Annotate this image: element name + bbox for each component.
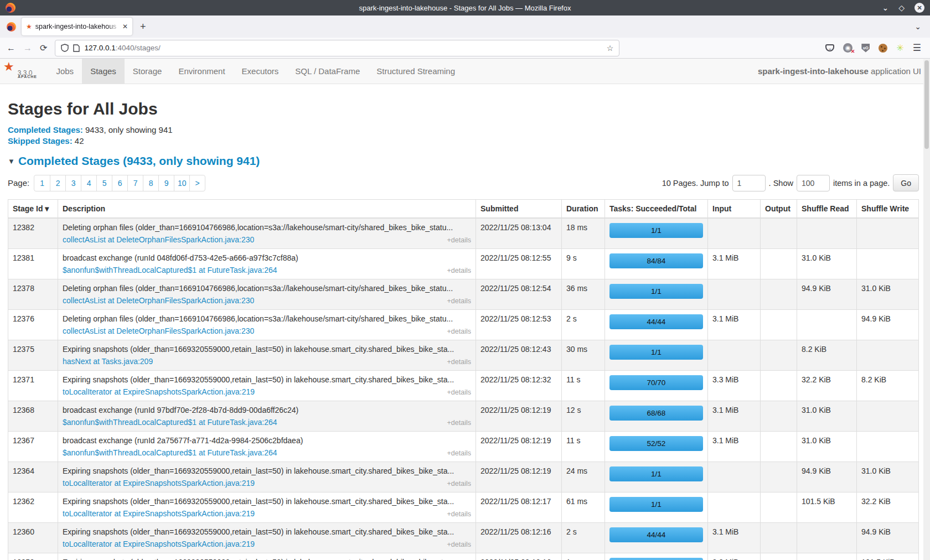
details-toggle[interactable]: +details [447,510,471,518]
account-icon[interactable]: ◉✕ [843,43,852,53]
close-icon[interactable]: ✕ [914,3,924,13]
column-header-6[interactable]: Output [761,200,797,219]
completed-stages-value: 9433, only showing 941 [83,125,173,134]
table-row: 12359 Expiring snapshots (older_than=166… [8,553,919,560]
page-button-group: 12345678910> [34,175,205,191]
tasks-progress-label: 44/44 [647,531,666,539]
stage-callsite-link[interactable]: toLocalIterator at ExpireSnapshotsSparkA… [63,387,255,396]
tasks-progress-label: 70/70 [647,378,666,387]
page-button-9[interactable]: 9 [158,175,174,191]
column-header-1[interactable]: Description [58,200,476,219]
stage-callsite-link[interactable]: toLocalIterator at ExpireSnapshotsSparkA… [63,479,255,488]
column-header-3[interactable]: Duration [562,200,605,219]
go-button[interactable]: Go [893,174,919,191]
column-header-8[interactable]: Shuffle Write [857,200,919,219]
collapse-arrow-icon: ▼ [8,157,15,165]
page-button->[interactable]: > [189,175,205,191]
nav-item-storage[interactable]: Storage [125,59,170,84]
scrollbar-thumb[interactable] [924,60,929,149]
page-button-4[interactable]: 4 [81,175,96,191]
stage-callsite-link[interactable]: collectAsList at DeleteOrphanFilesSparkA… [63,326,254,335]
pocket-icon[interactable]: ⌄ [825,44,834,51]
page-button-6[interactable]: 6 [112,175,127,191]
details-toggle[interactable]: +details [447,419,471,427]
nav-item-stages[interactable]: Stages [82,59,125,84]
details-toggle[interactable]: +details [447,267,471,274]
stage-description: Deleting orphan files (older_than=166910… [63,223,471,232]
stage-callsite-link[interactable]: $anonfun$withThreadLocalCaptured$1 at Fu… [63,448,277,457]
stage-callsite-link[interactable]: toLocalIterator at ExpireSnapshotsSparkA… [63,509,255,518]
stage-callsite-link[interactable]: toLocalIterator at ExpireSnapshotsSparkA… [63,540,255,548]
minimize-icon[interactable]: ⌄ [882,4,888,12]
ublock-shield-icon[interactable]: uO [861,44,870,53]
jump-to-page-input[interactable] [732,175,766,191]
tab-close-icon[interactable]: ✕ [122,23,128,30]
column-header-5[interactable]: Input [708,200,761,219]
page-button-5[interactable]: 5 [96,175,112,191]
cookie-extension-icon[interactable] [879,44,887,53]
description-cell: Expiring snapshots (older_than=166932055… [58,523,476,553]
stage-callsite-link[interactable]: hasNext at Tasks.java:209 [63,357,153,366]
description-cell: Deleting orphan files (older_than=166910… [58,310,476,340]
nav-item-jobs[interactable]: Jobs [48,59,82,84]
details-toggle[interactable]: +details [447,388,471,396]
nav-item-environment[interactable]: Environment [170,59,233,84]
nav-item-executors[interactable]: Executors [234,59,287,84]
forward-button[interactable]: → [23,43,32,53]
duration-cell: 9 s [562,249,605,279]
spark-logo[interactable]: APACHE ★ 3.3.0 [6,64,32,79]
url-path: :4040/stages/ [116,44,161,52]
tracking-shield-icon[interactable] [61,44,69,52]
bookmark-star-icon[interactable]: ☆ [607,44,614,53]
column-header-4[interactable]: Tasks: Succeeded/Total [605,200,708,219]
details-toggle[interactable]: +details [447,236,471,244]
column-header-2[interactable]: Submitted [476,200,562,219]
browser-tab[interactable]: ★ spark-ingest-into-lakehous ✕ [22,18,132,35]
stage-id-cell: 12378 [8,279,58,310]
shuffle-read-cell: 31.0 KiB [797,432,857,462]
completed-stages-collapse-header[interactable]: ▼ Completed Stages (9433, only showing 9… [8,154,919,168]
new-tab-button[interactable]: + [140,21,146,33]
items-per-page-input[interactable] [797,175,830,191]
reload-button[interactable]: ⟳ [40,43,47,53]
back-button[interactable]: ← [7,43,16,53]
tasks-progress-bar: 70/70 [609,375,703,390]
page-button-10[interactable]: 10 [174,175,189,191]
stage-callsite-link[interactable]: collectAsList at DeleteOrphanFilesSparkA… [63,235,254,244]
tasks-cell: 44/44 [605,310,708,340]
details-toggle[interactable]: +details [447,449,471,457]
nav-item-sql-dataframe[interactable]: SQL / DataFrame [287,59,368,84]
completed-stages-link[interactable]: Completed Stages: [8,125,83,134]
page-button-2[interactable]: 2 [50,175,65,191]
input-cell: 3.1 MiB [708,310,761,340]
extension-asterisk-icon[interactable]: ✳ [896,43,903,53]
stage-callsite-link[interactable]: $anonfun$withThreadLocalCaptured$1 at Fu… [63,418,277,427]
column-header-7[interactable]: Shuffle Read [797,200,857,219]
details-toggle[interactable]: +details [447,541,471,548]
page-button-1[interactable]: 1 [34,175,50,191]
page-button-8[interactable]: 8 [143,175,158,191]
items-label: items in a page. [833,179,890,188]
page-button-7[interactable]: 7 [127,175,143,191]
details-toggle[interactable]: +details [447,480,471,488]
menu-hamburger-icon[interactable]: ☰ [913,42,921,54]
page-info-icon[interactable] [73,44,80,52]
details-toggle[interactable]: +details [447,328,471,335]
details-toggle[interactable]: +details [447,358,471,366]
maximize-icon[interactable]: ◇ [898,4,905,12]
url-text[interactable]: 127.0.0.1:4040/stages/ [84,44,602,52]
skipped-stages-link[interactable]: Skipped Stages: [8,136,73,146]
nav-item-structured-streaming[interactable]: Structured Streaming [368,59,463,84]
stage-callsite-link[interactable]: collectAsList at DeleteOrphanFilesSparkA… [63,296,254,305]
input-cell [708,462,761,492]
submitted-cell: 2022/11/25 08:12:19 [476,401,562,432]
details-toggle[interactable]: +details [447,297,471,305]
page-button-3[interactable]: 3 [65,175,81,191]
page-scrollbar[interactable] [923,59,930,560]
stage-callsite-link[interactable]: $anonfun$withThreadLocalCaptured$1 at Fu… [63,266,277,274]
address-bar[interactable]: 127.0.0.1:4040/stages/ ☆ [55,40,619,56]
url-host: 127.0.0.1 [84,44,115,52]
column-header-0[interactable]: Stage Id ▾ [8,200,58,219]
list-tabs-icon[interactable]: ⌄ [914,22,926,31]
firefox-icon [7,22,16,32]
